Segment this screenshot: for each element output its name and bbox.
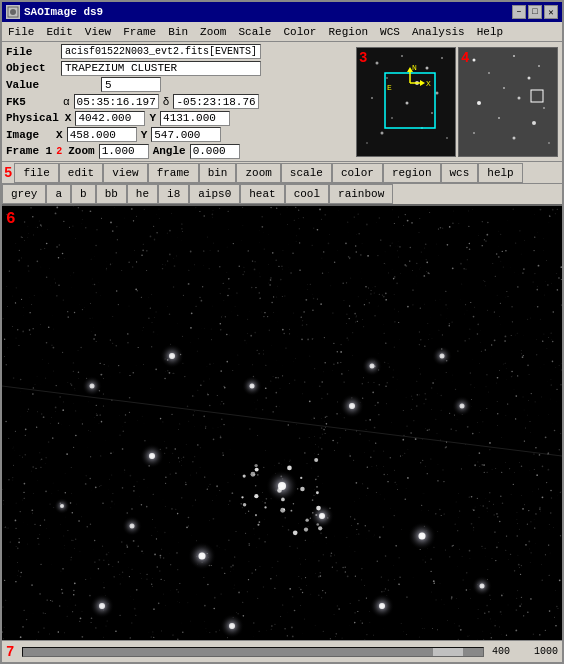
toolbar-region[interactable]: region <box>383 163 441 183</box>
svg-point-16 <box>446 137 448 139</box>
menu-file[interactable]: File <box>2 24 40 40</box>
svg-point-41 <box>548 142 550 144</box>
physical-row: Physical X 4042.000 Y 4131.000 <box>6 110 348 126</box>
file-label: File <box>6 46 61 58</box>
svg-point-36 <box>543 107 545 109</box>
svg-point-3 <box>376 61 379 64</box>
toolbar-scale[interactable]: scale <box>281 163 332 183</box>
img-x-value: 458.000 <box>67 127 137 142</box>
preview-box-4: 4 <box>458 47 558 157</box>
colormap-bb[interactable]: bb <box>96 184 127 204</box>
toolbar-frame[interactable]: frame <box>148 163 199 183</box>
colormap-aips0[interactable]: aips0 <box>189 184 240 204</box>
minimize-button[interactable]: – <box>512 5 526 19</box>
frame-row: Frame 1 2 Zoom 1.000 Angle 0.000 <box>6 143 348 159</box>
svg-point-39 <box>473 132 475 134</box>
scrollbar[interactable] <box>22 647 484 657</box>
menu-color[interactable]: Color <box>277 24 322 40</box>
svg-point-34 <box>477 101 481 105</box>
preview-box-3: N X E 3 <box>356 47 456 157</box>
svg-point-5 <box>426 66 429 69</box>
colormap-heat[interactable]: heat <box>240 184 284 204</box>
maximize-button[interactable]: □ <box>528 5 542 19</box>
alpha-value: 05:35:16.197 <box>74 94 159 109</box>
colormap-a[interactable]: a <box>46 184 71 204</box>
value-value: 5 <box>101 77 161 92</box>
toolbar-file[interactable]: file <box>14 163 58 183</box>
scale-label-400: 400 <box>492 646 510 657</box>
annotation-7: 7 <box>6 644 14 660</box>
annotation-6: 6 <box>6 210 16 228</box>
window-controls: – □ ✕ <box>512 5 558 19</box>
svg-point-11 <box>406 101 409 104</box>
svg-point-13 <box>431 112 433 114</box>
file-row: File acisf01522N003_evt2.fits[EVENTS] <box>6 44 348 60</box>
svg-point-40 <box>513 136 516 139</box>
status-bar: 7 400 1000 <box>2 640 562 662</box>
app-icon <box>6 5 20 19</box>
menu-zoom[interactable]: Zoom <box>194 24 232 40</box>
svg-point-37 <box>498 117 500 119</box>
zoom-label: Zoom <box>68 145 94 157</box>
info-left: File acisf01522N003_evt2.fits[EVENTS] Ob… <box>2 42 352 161</box>
menu-analysis[interactable]: Analysis <box>406 24 471 40</box>
toolbar-help[interactable]: help <box>478 163 522 183</box>
colormap-grey[interactable]: grey <box>2 184 46 204</box>
fk5-row: FK5 α 05:35:16.197 δ -05:23:18.76 <box>6 94 348 110</box>
svg-point-7 <box>386 77 388 79</box>
toolbar-wcs[interactable]: wcs <box>441 163 479 183</box>
phys-x-label: X <box>65 112 72 124</box>
menu-scale[interactable]: Scale <box>232 24 277 40</box>
preview-panels: N X E 3 <box>352 42 562 161</box>
scrollbar-track[interactable] <box>18 647 488 657</box>
scale-label-1000: 1000 <box>534 646 558 657</box>
fk5-label: FK5 <box>6 96 61 108</box>
svg-text:E: E <box>387 83 392 92</box>
menu-edit[interactable]: Edit <box>40 24 78 40</box>
colormap-he[interactable]: he <box>127 184 158 204</box>
colormap-rainbow[interactable]: rainbow <box>329 184 393 204</box>
menu-region[interactable]: Region <box>322 24 374 40</box>
main-image-area[interactable]: 6 <box>2 206 562 640</box>
menu-bin[interactable]: Bin <box>162 24 194 40</box>
file-value: acisf01522N003_evt2.fits[EVENTS] <box>61 44 261 59</box>
svg-text:X: X <box>426 79 431 88</box>
preview-svg-3: N X E <box>357 48 456 157</box>
svg-point-10 <box>436 91 439 94</box>
menu-wcs[interactable]: WCS <box>374 24 406 40</box>
img-y-label: Y <box>141 129 148 141</box>
delta-symbol: δ <box>163 96 170 108</box>
svg-point-28 <box>473 58 476 61</box>
colormap-i8[interactable]: i8 <box>158 184 189 204</box>
info-panel: File acisf01522N003_evt2.fits[EVENTS] Ob… <box>2 42 562 162</box>
object-value: TRAPEZIUM CLUSTER <box>61 61 261 76</box>
svg-point-14 <box>381 131 384 134</box>
menu-bar: File Edit View Frame Bin Zoom Scale Colo… <box>2 22 562 42</box>
toolbar-bin[interactable]: bin <box>199 163 237 183</box>
menu-view[interactable]: View <box>79 24 117 40</box>
value-label: Value <box>6 79 61 91</box>
main-canvas[interactable] <box>2 206 562 640</box>
svg-point-4 <box>401 55 403 57</box>
scrollbar-thumb[interactable] <box>433 648 463 656</box>
toolbar-color[interactable]: color <box>332 163 383 183</box>
menu-help[interactable]: Help <box>471 24 509 40</box>
toolbar-row: 5 file edit view frame bin zoom scale co… <box>2 162 562 184</box>
svg-point-33 <box>503 87 505 89</box>
phys-x-value: 4042.000 <box>75 111 145 126</box>
angle-label: Angle <box>153 145 186 157</box>
svg-point-9 <box>371 97 373 99</box>
colormap-cool[interactable]: cool <box>285 184 329 204</box>
svg-point-29 <box>513 55 515 57</box>
annotation-2: 2 <box>56 146 62 157</box>
colormap-b[interactable]: b <box>71 184 96 204</box>
angle-value: 0.000 <box>190 144 240 159</box>
toolbar-edit[interactable]: edit <box>59 163 103 183</box>
image-label: Image <box>6 129 39 141</box>
phys-y-label: Y <box>149 112 156 124</box>
toolbar-zoom[interactable]: zoom <box>236 163 280 183</box>
menu-frame[interactable]: Frame <box>117 24 162 40</box>
window-title: SAOImage ds9 <box>24 6 103 18</box>
close-button[interactable]: ✕ <box>544 5 558 19</box>
toolbar-view[interactable]: view <box>103 163 147 183</box>
